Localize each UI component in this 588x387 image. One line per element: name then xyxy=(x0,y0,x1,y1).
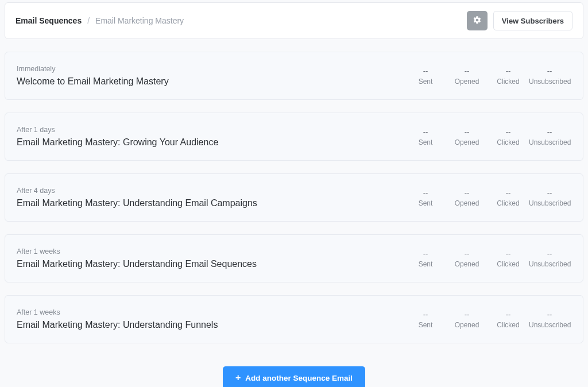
stat-label: Opened xyxy=(446,199,488,207)
email-stats: --Sent--Opened--Clicked--Unsubscribed xyxy=(405,249,570,268)
stat-value: -- xyxy=(529,310,570,319)
plus-icon: + xyxy=(235,373,241,382)
email-title: Email Marketing Mastery: Understanding E… xyxy=(17,259,405,269)
stat-value: -- xyxy=(405,310,446,319)
stat-value: -- xyxy=(446,188,488,197)
sequence-email-card[interactable]: After 1 weeksEmail Marketing Mastery: Un… xyxy=(5,234,583,282)
stat-value: -- xyxy=(405,188,446,197)
stat-opened: --Opened xyxy=(446,310,488,329)
settings-button[interactable] xyxy=(467,11,488,30)
breadcrumb: Email Sequences / Email Marketing Master… xyxy=(16,16,184,25)
stat-opened: --Opened xyxy=(446,67,488,86)
breadcrumb-current: Email Marketing Mastery xyxy=(95,16,184,25)
stat-unsubscribed: --Unsubscribed xyxy=(529,67,570,86)
stat-unsubscribed: --Unsubscribed xyxy=(529,249,570,268)
card-left: After 1 weeksEmail Marketing Mastery: Un… xyxy=(17,247,405,269)
email-title: Welcome to Email Marketing Mastery xyxy=(17,76,405,87)
add-sequence-email-label: Add another Sequence Email xyxy=(245,374,353,382)
stat-opened: --Opened xyxy=(446,249,488,268)
stat-clicked: --Clicked xyxy=(488,249,529,268)
add-sequence-email-button[interactable]: + Add another Sequence Email xyxy=(223,366,365,387)
stat-label: Opened xyxy=(446,321,488,329)
stat-clicked: --Clicked xyxy=(488,67,529,86)
stat-label: Sent xyxy=(405,260,446,268)
stat-label: Unsubscribed xyxy=(529,321,570,329)
stat-label: Sent xyxy=(405,199,446,207)
stat-label: Clicked xyxy=(488,199,529,207)
email-timing: After 1 weeks xyxy=(17,308,405,316)
email-stats: --Sent--Opened--Clicked--Unsubscribed xyxy=(405,310,570,329)
stat-label: Unsubscribed xyxy=(529,138,570,146)
stat-sent: --Sent xyxy=(405,127,446,146)
email-title: Email Marketing Mastery: Understanding E… xyxy=(17,198,405,208)
stat-label: Sent xyxy=(405,78,446,86)
email-stats: --Sent--Opened--Clicked--Unsubscribed xyxy=(405,188,570,207)
stat-label: Clicked xyxy=(488,260,529,268)
stat-label: Opened xyxy=(446,138,488,146)
sequence-email-list: ImmediatelyWelcome to Email Marketing Ma… xyxy=(5,52,583,343)
gear-icon xyxy=(473,16,482,26)
sequence-email-card[interactable]: ImmediatelyWelcome to Email Marketing Ma… xyxy=(5,52,583,100)
stat-label: Unsubscribed xyxy=(529,260,570,268)
email-stats: --Sent--Opened--Clicked--Unsubscribed xyxy=(405,67,570,86)
stat-clicked: --Clicked xyxy=(488,127,529,146)
stat-value: -- xyxy=(446,249,488,258)
stat-clicked: --Clicked xyxy=(488,310,529,329)
card-left: After 1 daysEmail Marketing Mastery: Gro… xyxy=(17,126,405,148)
stat-label: Clicked xyxy=(488,321,529,329)
email-timing: After 1 days xyxy=(17,126,405,134)
header-actions: View Subscribers xyxy=(467,11,572,30)
stat-value: -- xyxy=(446,127,488,136)
stat-unsubscribed: --Unsubscribed xyxy=(529,310,570,329)
stat-label: Unsubscribed xyxy=(529,78,570,86)
stat-value: -- xyxy=(405,67,446,75)
page-header: Email Sequences / Email Marketing Master… xyxy=(5,2,583,39)
stat-label: Sent xyxy=(405,138,446,146)
stat-opened: --Opened xyxy=(446,127,488,146)
stat-unsubscribed: --Unsubscribed xyxy=(529,127,570,146)
stat-value: -- xyxy=(529,127,570,136)
email-stats: --Sent--Opened--Clicked--Unsubscribed xyxy=(405,127,570,146)
view-subscribers-button[interactable]: View Subscribers xyxy=(493,11,572,30)
email-timing: After 4 days xyxy=(17,187,405,195)
stat-opened: --Opened xyxy=(446,188,488,207)
breadcrumb-sep: / xyxy=(87,16,90,25)
stat-value: -- xyxy=(529,249,570,258)
sequence-email-card[interactable]: After 1 daysEmail Marketing Mastery: Gro… xyxy=(5,113,583,161)
stat-value: -- xyxy=(488,67,529,75)
stat-sent: --Sent xyxy=(405,67,446,86)
stat-label: Unsubscribed xyxy=(529,199,570,207)
sequence-email-card[interactable]: After 1 weeksEmail Marketing Mastery: Un… xyxy=(5,295,583,343)
stat-sent: --Sent xyxy=(405,249,446,268)
stat-clicked: --Clicked xyxy=(488,188,529,207)
email-title: Email Marketing Mastery: Growing Your Au… xyxy=(17,137,405,148)
stat-label: Clicked xyxy=(488,78,529,86)
stat-label: Opened xyxy=(446,78,488,86)
stat-label: Clicked xyxy=(488,138,529,146)
stat-value: -- xyxy=(405,127,446,136)
email-title: Email Marketing Mastery: Understanding F… xyxy=(17,320,405,330)
sequence-email-card[interactable]: After 4 daysEmail Marketing Mastery: Und… xyxy=(5,173,583,222)
stat-label: Sent xyxy=(405,321,446,329)
add-row: + Add another Sequence Email xyxy=(5,366,583,387)
stat-value: -- xyxy=(488,188,529,197)
email-timing: Immediately xyxy=(17,65,405,73)
card-left: After 1 weeksEmail Marketing Mastery: Un… xyxy=(17,308,405,330)
stat-label: Opened xyxy=(446,260,488,268)
stat-value: -- xyxy=(488,249,529,258)
stat-value: -- xyxy=(446,310,488,319)
stat-value: -- xyxy=(529,67,570,75)
stat-sent: --Sent xyxy=(405,310,446,329)
card-left: ImmediatelyWelcome to Email Marketing Ma… xyxy=(17,65,405,87)
email-timing: After 1 weeks xyxy=(17,247,405,256)
stat-value: -- xyxy=(405,249,446,258)
stat-value: -- xyxy=(488,127,529,136)
stat-unsubscribed: --Unsubscribed xyxy=(529,188,570,207)
stat-sent: --Sent xyxy=(405,188,446,207)
breadcrumb-root[interactable]: Email Sequences xyxy=(16,16,82,25)
card-left: After 4 daysEmail Marketing Mastery: Und… xyxy=(17,187,405,208)
stat-value: -- xyxy=(529,188,570,197)
stat-value: -- xyxy=(488,310,529,319)
stat-value: -- xyxy=(446,67,488,75)
